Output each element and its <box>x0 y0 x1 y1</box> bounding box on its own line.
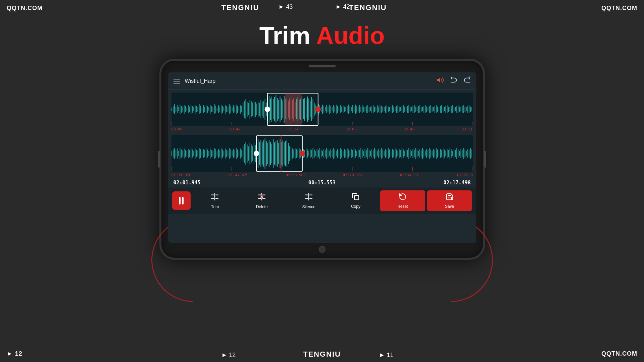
svg-rect-46 <box>234 107 235 112</box>
svg-rect-67 <box>263 101 264 118</box>
svg-rect-186 <box>426 107 427 112</box>
copy-button[interactable]: Copy <box>333 190 378 211</box>
svg-rect-197 <box>441 105 442 113</box>
svg-rect-361 <box>351 149 351 158</box>
svg-rect-286 <box>248 146 249 161</box>
svg-rect-240 <box>185 150 186 157</box>
svg-rect-397 <box>400 150 401 157</box>
svg-rect-24 <box>204 107 205 112</box>
svg-rect-392 <box>393 150 394 157</box>
svg-rect-29 <box>211 106 212 112</box>
save-button[interactable]: Save <box>427 190 472 211</box>
svg-rect-150 <box>377 105 378 113</box>
waveform-top-svg <box>171 93 473 126</box>
svg-rect-406 <box>412 149 413 158</box>
svg-rect-398 <box>401 148 402 159</box>
svg-rect-433 <box>449 148 450 159</box>
svg-rect-299 <box>266 141 266 166</box>
svg-rect-179 <box>416 107 417 111</box>
svg-rect-51 <box>241 106 242 112</box>
svg-rect-377 <box>373 150 374 157</box>
svg-rect-76 <box>276 95 276 123</box>
svg-rect-396 <box>399 149 399 158</box>
svg-rect-59 <box>252 103 253 116</box>
svg-rect-42 <box>229 104 230 114</box>
svg-rect-60 <box>253 101 254 118</box>
svg-rect-349 <box>334 149 335 158</box>
volume-icon[interactable] <box>437 76 444 85</box>
svg-rect-66 <box>262 102 262 116</box>
svg-rect-305 <box>274 142 275 165</box>
svg-rect-352 <box>338 150 339 157</box>
svg-rect-134 <box>355 105 355 114</box>
svg-rect-404 <box>410 149 410 158</box>
svg-rect-273 <box>230 149 231 158</box>
svg-rect-140 <box>363 107 364 112</box>
svg-rect-131 <box>351 107 351 111</box>
svg-rect-214 <box>464 107 465 112</box>
svg-rect-315 <box>288 143 288 164</box>
svg-rect-171 <box>405 107 406 111</box>
svg-rect-446 <box>467 149 468 158</box>
svg-rect-145 <box>370 107 370 111</box>
svg-rect-244 <box>191 148 191 159</box>
silence-button[interactable]: Silence <box>286 190 331 211</box>
svg-rect-262 <box>215 149 216 158</box>
svg-rect-250 <box>199 148 199 159</box>
svg-rect-417 <box>428 150 428 157</box>
svg-rect-334 <box>314 149 314 158</box>
bottom-time-labels: 01:31.376 01:47.679 02:03.983 02:20.287 … <box>168 172 476 178</box>
pause-icon <box>179 197 184 204</box>
time-label-5: 03:31 <box>461 127 473 131</box>
svg-rect-201 <box>447 105 447 113</box>
svg-rect-146 <box>371 106 372 113</box>
svg-rect-371 <box>364 149 365 158</box>
svg-rect-430 <box>445 151 446 156</box>
svg-rect-337 <box>318 150 318 157</box>
svg-rect-211 <box>460 107 461 111</box>
svg-rect-36 <box>220 105 221 114</box>
trim-button[interactable]: Trim <box>193 190 238 211</box>
svg-rect-7 <box>181 106 182 113</box>
svg-rect-249 <box>197 150 198 157</box>
svg-rect-253 <box>203 149 203 158</box>
svg-rect-144 <box>368 107 369 112</box>
svg-rect-331 <box>310 149 310 158</box>
svg-rect-333 <box>312 148 313 159</box>
svg-rect-254 <box>204 150 205 157</box>
watermark-top-right: QQTN.COM <box>601 5 637 12</box>
play-pause-button[interactable] <box>172 191 191 210</box>
svg-rect-55 <box>247 102 247 117</box>
svg-rect-2 <box>174 104 175 114</box>
svg-rect-58 <box>251 101 251 117</box>
undo-icon[interactable] <box>450 76 457 85</box>
svg-rect-196 <box>440 106 441 113</box>
svg-rect-378 <box>374 148 375 159</box>
svg-rect-170 <box>404 107 405 112</box>
svg-rect-135 <box>356 106 357 113</box>
svg-rect-33 <box>216 108 217 111</box>
svg-rect-118 <box>333 105 334 113</box>
waveform-top[interactable] <box>171 93 473 126</box>
svg-rect-208 <box>456 106 457 113</box>
redo-icon[interactable] <box>463 76 471 85</box>
delete-button[interactable]: Delete <box>239 190 284 211</box>
svg-rect-284 <box>245 142 246 165</box>
waveform-bottom[interactable] <box>171 135 473 172</box>
svg-rect-341 <box>324 149 324 158</box>
svg-rect-276 <box>234 150 235 157</box>
svg-rect-12 <box>188 105 188 113</box>
svg-rect-25 <box>206 105 206 114</box>
svg-rect-52 <box>243 103 243 116</box>
svg-rect-130 <box>349 106 350 113</box>
reset-button[interactable]: Reset <box>380 190 425 211</box>
svg-rect-152 <box>380 105 380 113</box>
svg-rect-321 <box>296 149 297 158</box>
menu-icon[interactable] <box>174 79 180 83</box>
svg-rect-73 <box>271 97 272 122</box>
svg-rect-5 <box>178 107 179 111</box>
svg-rect-411 <box>419 149 420 158</box>
svg-rect-177 <box>414 105 414 113</box>
svg-rect-312 <box>284 142 284 165</box>
svg-rect-202 <box>448 107 449 112</box>
